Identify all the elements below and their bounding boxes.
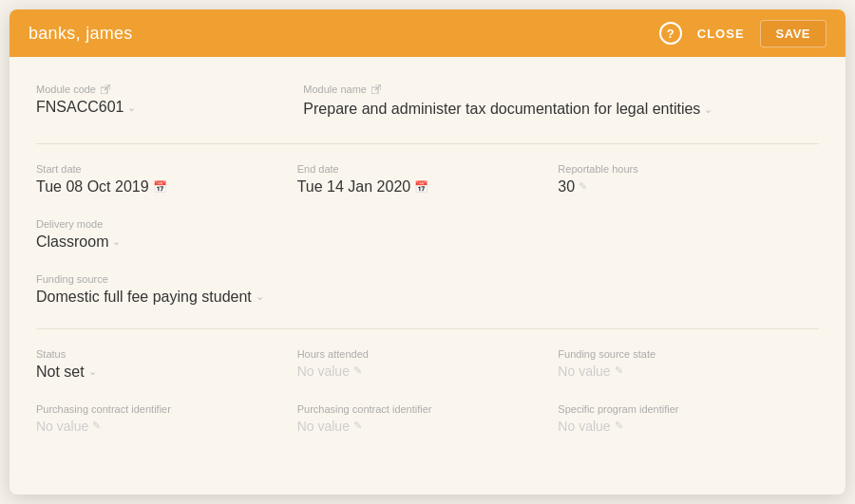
- field-purchasing-1: Purchasing contract identifier No value …: [36, 403, 297, 434]
- row-funding: Funding source Domestic full fee paying …: [36, 273, 819, 306]
- divider-1: [36, 143, 819, 144]
- close-button[interactable]: CLOSE: [697, 27, 745, 41]
- module-name-external-link-icon[interactable]: [370, 84, 382, 95]
- modal-header: banks, james ? CLOSE SAVE: [10, 9, 846, 57]
- field-reportable-hours: Reportable hours 30 ✎: [558, 163, 819, 196]
- field-specific-program: Specific program identifier No value ✎: [558, 403, 819, 434]
- specific-program-label: Specific program identifier: [558, 403, 800, 415]
- field-status: Status Not set ⌄: [36, 348, 297, 381]
- external-link-icon[interactable]: [100, 84, 111, 95]
- field-module-name: Module name Prepare and administer tax d…: [303, 84, 819, 120]
- field-delivery-mode: Delivery mode Classroom ⌄: [36, 218, 819, 251]
- purchasing-1-edit-icon[interactable]: ✎: [92, 420, 101, 432]
- status-value: Not set ⌄: [36, 364, 278, 381]
- end-date-value: Tue 14 Jan 2020 📅: [297, 178, 540, 196]
- status-dropdown[interactable]: ⌄: [88, 365, 97, 378]
- module-code-label: Module code: [36, 84, 284, 95]
- save-button[interactable]: SAVE: [760, 20, 826, 47]
- purchasing-2-value: No value ✎: [297, 419, 540, 434]
- module-name-dropdown[interactable]: ⌄: [704, 103, 712, 117]
- specific-program-value: No value ✎: [558, 419, 800, 434]
- funding-source-value: Domestic full fee paying student ⌄: [36, 289, 800, 306]
- module-code-dropdown[interactable]: ⌄: [127, 102, 136, 114]
- funding-source-label: Funding source: [36, 273, 800, 285]
- field-end-date: End date Tue 14 Jan 2020 📅: [297, 163, 559, 196]
- module-name-value: Prepare and administer tax documentation…: [303, 99, 800, 120]
- modal-content: Module code FNSACC601 ⌄ Module name: [10, 57, 846, 494]
- purchasing-2-edit-icon[interactable]: ✎: [353, 420, 362, 432]
- reportable-hours-label: Reportable hours: [558, 163, 800, 175]
- module-code-value: FNSACC601 ⌄: [36, 99, 284, 116]
- field-module-code: Module code FNSACC601 ⌄: [36, 84, 303, 120]
- status-label: Status: [36, 348, 278, 360]
- delivery-mode-label: Delivery mode: [36, 218, 800, 230]
- hours-attended-label: Hours attended: [297, 348, 540, 360]
- module-name-label: Module name: [303, 84, 800, 95]
- row-delivery: Delivery mode Classroom ⌄: [36, 218, 819, 251]
- field-funding-state: Funding source state No value ✎: [558, 348, 819, 381]
- funding-state-edit-icon[interactable]: ✎: [615, 364, 623, 377]
- delivery-mode-value: Classroom ⌄: [36, 233, 800, 251]
- row-contracts: Purchasing contract identifier No value …: [36, 403, 819, 434]
- modal-container: banks, james ? CLOSE SAVE Module code FN…: [10, 9, 846, 494]
- header-actions: ? CLOSE SAVE: [659, 20, 826, 47]
- field-hours-attended: Hours attended No value ✎: [297, 348, 559, 381]
- start-date-value: Tue 08 Oct 2019 📅: [36, 178, 278, 196]
- funding-state-value: No value ✎: [558, 364, 800, 379]
- divider-2: [36, 328, 819, 329]
- funding-state-label: Funding source state: [558, 348, 800, 360]
- help-icon[interactable]: ?: [659, 22, 682, 45]
- student-name: banks, james: [28, 24, 133, 44]
- purchasing-1-value: No value ✎: [36, 419, 278, 434]
- row-dates: Start date Tue 08 Oct 2019 📅 End date Tu…: [36, 163, 819, 196]
- field-purchasing-2: Purchasing contract identifier No value …: [297, 403, 559, 434]
- purchasing-2-label: Purchasing contract identifier: [297, 403, 540, 415]
- end-date-label: End date: [297, 163, 540, 175]
- funding-source-dropdown[interactable]: ⌄: [256, 290, 264, 303]
- hours-attended-value: No value ✎: [297, 364, 540, 379]
- specific-program-edit-icon[interactable]: ✎: [615, 420, 623, 432]
- field-funding-source: Funding source Domestic full fee paying …: [36, 273, 819, 306]
- start-date-calendar-icon[interactable]: 📅: [153, 180, 167, 194]
- field-start-date: Start date Tue 08 Oct 2019 📅: [36, 163, 297, 196]
- reportable-hours-edit-icon[interactable]: ✎: [579, 180, 587, 193]
- purchasing-1-label: Purchasing contract identifier: [36, 403, 278, 415]
- row-module: Module code FNSACC601 ⌄ Module name: [36, 84, 819, 120]
- hours-attended-edit-icon[interactable]: ✎: [353, 364, 362, 377]
- end-date-calendar-icon[interactable]: 📅: [414, 180, 428, 194]
- reportable-hours-value: 30 ✎: [558, 178, 800, 196]
- start-date-label: Start date: [36, 163, 278, 175]
- delivery-mode-dropdown[interactable]: ⌄: [112, 235, 121, 248]
- row-status: Status Not set ⌄ Hours attended No value…: [36, 348, 819, 381]
